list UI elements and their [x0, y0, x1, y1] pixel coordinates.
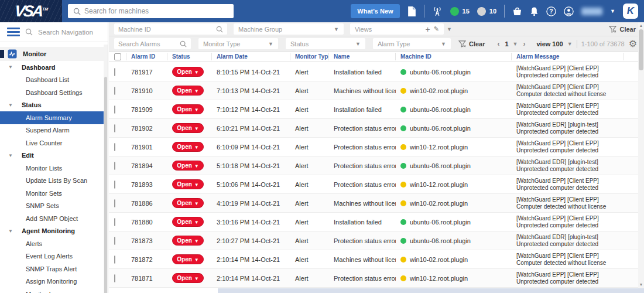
alarm-row-781880[interactable]: 781880Open▼3:10:16 PM 14-Oct-21AlertInst… [109, 213, 638, 231]
hamburger-menu-icon[interactable] [7, 28, 20, 36]
add-view-icon[interactable]: + [426, 25, 430, 33]
clear-alarm-filters-button[interactable]: Clear [458, 40, 485, 47]
agent-status-icon[interactable] [432, 6, 443, 16]
sidebar-item-suspend-alarm[interactable]: Suspend Alarm [0, 124, 104, 137]
status-badge[interactable]: Open▼ [172, 86, 204, 96]
row-checkbox[interactable] [114, 237, 115, 245]
next-page-button[interactable]: › [522, 40, 526, 48]
machine-search[interactable] [68, 4, 234, 18]
sidebar-item-snmp-sets[interactable]: SNMP Sets [0, 200, 104, 213]
status-badge[interactable]: Open▼ [172, 217, 204, 227]
column-header-name[interactable]: Name [329, 53, 396, 60]
status-badge[interactable]: Open▼ [172, 67, 204, 77]
horizontal-scrollbar[interactable] [218, 288, 644, 293]
alarm-row-781886[interactable]: 781886Open▼4:10:19 PM 14-Oct-21AlertMach… [109, 194, 638, 213]
select-all-checkbox[interactable] [114, 53, 121, 60]
sidebar-item-alerts[interactable]: Alerts [0, 237, 104, 250]
status-badge[interactable]: Open▼ [172, 198, 204, 208]
sidebar-item-monitor-log[interactable]: Monitor Log [0, 288, 104, 293]
column-header-monitor-type[interactable]: Monitor Type [290, 53, 329, 60]
collapse-chevron-icon[interactable]: ▼ [8, 103, 14, 108]
search-alarms-filter[interactable] [114, 38, 191, 49]
machine-id-input[interactable] [118, 26, 202, 33]
monitor-type-select[interactable]: Monitor Type▼ [198, 38, 278, 49]
sidebar-item-monitor-sets[interactable]: Monitor Sets [0, 187, 104, 200]
column-header-status[interactable]: Status [167, 53, 212, 60]
row-checkbox[interactable] [114, 274, 115, 282]
vertical-scrollbar[interactable]: ▲ ▼ [638, 22, 644, 288]
edit-view-icon[interactable]: ✎ [434, 25, 439, 33]
alarm-row-781902[interactable]: 781902Open▼6:10:21 PM 14-Oct-21AlertProt… [109, 119, 638, 138]
views-select[interactable]: Views +✎ [350, 23, 444, 35]
row-checkbox[interactable] [114, 180, 115, 189]
sidebar-item-update-lists-by-scan[interactable]: Update Lists By Scan [0, 175, 104, 188]
row-checkbox[interactable] [114, 162, 115, 170]
sidebar-item-live-counter[interactable]: Live Counter [0, 137, 104, 149]
online-status-circle[interactable] [450, 7, 459, 16]
collapse-chevron-icon[interactable]: ▼ [8, 229, 14, 234]
status-select[interactable]: Status▼ [286, 38, 365, 49]
alarm-row-781909[interactable]: 781909Open▼7:10:12 PM 14-Oct-21AlertInst… [109, 100, 638, 119]
status-badge[interactable]: Open▼ [172, 179, 204, 189]
machine-id-filter[interactable] [114, 23, 227, 35]
status-badge[interactable]: Open▼ [172, 273, 204, 283]
alarm-type-select[interactable]: Alarm Type▼ [373, 38, 451, 49]
chevron-down-icon[interactable]: ▼ [513, 41, 518, 47]
sidebar-item-dashboard[interactable]: ▼Dashboard [0, 61, 104, 74]
document-icon[interactable] [407, 6, 416, 16]
status-badge[interactable]: Open▼ [172, 104, 204, 114]
collapse-chevron-icon[interactable]: ▼ [8, 64, 14, 70]
sidebar-item-monitor[interactable]: Monitor [0, 47, 104, 61]
chevron-down-icon[interactable]: ▼ [610, 8, 615, 14]
sidebar-item-event-log-alerts[interactable]: Event Log Alerts [0, 250, 104, 263]
view-count-select[interactable]: view 100 [536, 40, 563, 47]
chevron-down-icon[interactable]: ▼ [567, 41, 573, 47]
alarm-row-781894[interactable]: 781894Open▼5:10:18 PM 14-Oct-21AlertProt… [109, 156, 638, 175]
row-checkbox[interactable] [114, 68, 115, 76]
row-checkbox[interactable] [114, 105, 115, 114]
sidebar-scrollbar-thumb[interactable] [104, 77, 107, 293]
alarm-row-781871[interactable]: 781871Open▼2:10:14 PM 14-Oct-21AlertProt… [109, 269, 638, 288]
sidebar-item-status[interactable]: ▼Status [0, 99, 104, 112]
clear-machine-filters-button[interactable]: Clear [609, 26, 636, 33]
sidebar-item-assign-monitoring[interactable]: Assign Monitoring [0, 275, 104, 288]
sidebar-item-agent-monitoring[interactable]: ▼Agent Monitoring [0, 225, 104, 238]
kaseya-logo[interactable]: K [623, 4, 638, 19]
status-badge[interactable]: Open▼ [172, 142, 204, 152]
alarm-row-781873[interactable]: 781873Open▼2:10:27 PM 14-Oct-21AlertProt… [109, 231, 638, 250]
chevron-down-icon[interactable]: ▼ [447, 26, 452, 32]
sidebar-item-snmp-traps-alert[interactable]: SNMP Traps Alert [0, 263, 104, 275]
sidebar-item-alarm-summary[interactable]: Alarm Summary [0, 111, 104, 124]
machine-group-select[interactable]: Machine Group▼ [234, 23, 344, 35]
row-checkbox[interactable] [114, 255, 115, 264]
gear-icon[interactable]: ⚙ [629, 39, 637, 49]
row-checkbox[interactable] [114, 124, 115, 132]
nav-search-input[interactable] [38, 29, 97, 36]
column-header-alarm-date[interactable]: Alarm Date [212, 53, 290, 60]
page-number[interactable]: 1 [505, 40, 508, 47]
alarm-row-781910[interactable]: 781910Open▼7:10:13 PM 14-Oct-21AlertMach… [109, 81, 638, 100]
vertical-scrollbar-thumb[interactable] [639, 29, 643, 70]
sidebar-item-dashboard-settings[interactable]: Dashboard Settings [0, 86, 104, 99]
user-icon[interactable] [564, 6, 574, 16]
row-checkbox[interactable] [114, 199, 115, 207]
alarm-row-781917[interactable]: 781917Open▼8:10:15 PM 14-Oct-21AlertInst… [109, 63, 638, 81]
bell-icon[interactable] [530, 6, 539, 16]
sidebar-scrollbar[interactable] [104, 45, 108, 293]
machine-search-input[interactable] [84, 7, 219, 15]
column-header-alarm-id[interactable]: Alarm ID [126, 53, 167, 60]
alarm-row-781872[interactable]: 781872Open▼2:10:14 PM 14-Oct-21AlertMach… [109, 250, 638, 269]
status-badge[interactable]: Open▼ [172, 161, 204, 171]
alarm-row-781893[interactable]: 781893Open▼5:10:06 PM 14-Oct-21AlertProt… [109, 175, 638, 194]
status-badge[interactable]: Open▼ [172, 236, 204, 246]
sidebar-item-monitor-lists[interactable]: Monitor Lists [0, 162, 104, 175]
sidebar-item-dashboard-list[interactable]: Dashboard List [0, 74, 104, 87]
sidebar-item-add-snmp-object[interactable]: Add SNMP Object [0, 212, 104, 225]
nav-search[interactable] [0, 22, 108, 42]
basket-icon[interactable] [512, 6, 522, 16]
alarm-row-781901[interactable]: 781901Open▼6:10:09 PM 14-Oct-21AlertProt… [109, 138, 638, 156]
scroll-down-arrow[interactable]: ▼ [638, 282, 644, 288]
prev-page-button[interactable]: ‹ [496, 40, 501, 48]
collapse-chevron-icon[interactable]: ▼ [8, 153, 14, 158]
offline-status-circle[interactable] [477, 7, 486, 16]
